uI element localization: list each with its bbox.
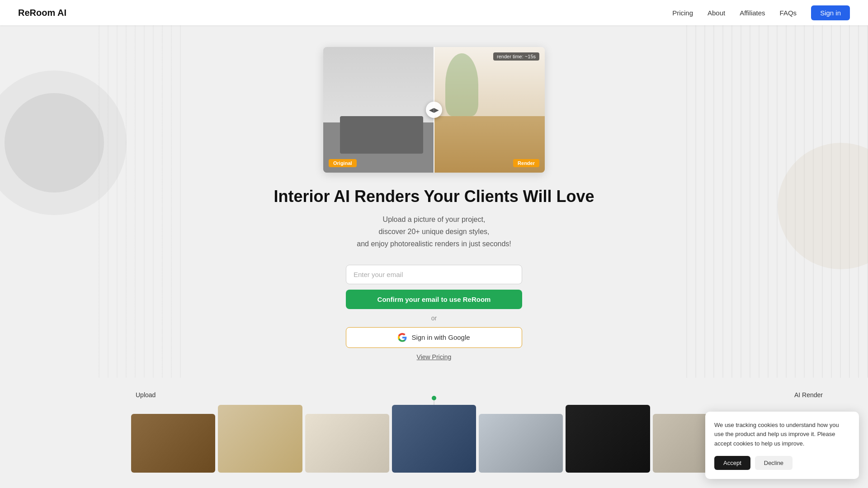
before-after-image: ◀▶ render time: ~15s Original Render <box>323 47 545 173</box>
subtitle-line3: and enjoy photorealistic renders in just… <box>357 240 511 248</box>
subtitle-line1: Upload a picture of your project, <box>383 216 486 223</box>
center-dot <box>432 396 436 400</box>
cookie-message: We use tracking cookies to understand ho… <box>714 421 850 449</box>
google-signin-button[interactable]: Sign in with Google <box>346 327 522 348</box>
cookie-actions: Accept Decline <box>714 456 850 470</box>
thumbnail-3 <box>305 414 389 473</box>
email-input[interactable] <box>346 265 522 284</box>
hero-title: Interior AI Renders Your Clients Will Lo… <box>274 187 594 206</box>
slider-arrows: ◀▶ <box>429 106 439 113</box>
render-image-side <box>434 47 545 173</box>
thumbnail-5 <box>479 414 563 473</box>
signin-button[interactable]: Sign in <box>811 5 850 20</box>
signup-form: Confirm your email to use ReRoom or Sign… <box>346 265 522 361</box>
original-image-side <box>323 47 434 173</box>
thumbnail-2 <box>218 405 302 473</box>
hero-subtitle: Upload a picture of your project, discov… <box>357 213 511 250</box>
navbar: ReRoom AI Pricing About Affiliates FAQs … <box>0 0 868 25</box>
main-content: ◀▶ render time: ~15s Original Render Int… <box>0 25 868 473</box>
view-pricing-link[interactable]: View Pricing <box>346 353 522 361</box>
slider-handle[interactable]: ◀▶ <box>426 102 442 118</box>
render-badge: Render <box>513 159 539 167</box>
original-badge: Original <box>329 159 357 167</box>
nav-link-pricing[interactable]: Pricing <box>672 9 693 17</box>
or-divider: or <box>346 314 522 322</box>
confirm-email-button[interactable]: Confirm your email to use ReRoom <box>346 290 522 309</box>
ai-render-label: AI Render <box>794 391 823 399</box>
google-icon <box>398 333 407 342</box>
render-time-badge: render time: ~15s <box>493 52 539 61</box>
subtitle-line2: discover 20+ unique design styles, <box>378 228 489 235</box>
thumbnail-6 <box>566 405 650 473</box>
nav-link-affiliates[interactable]: Affiliates <box>740 9 765 17</box>
nav-link-about[interactable]: About <box>708 9 725 17</box>
nav-links: Pricing About Affiliates FAQs Sign in <box>672 5 850 20</box>
thumbnail-1 <box>131 414 215 473</box>
nav-link-faqs[interactable]: FAQs <box>780 9 797 17</box>
room-render <box>434 47 545 173</box>
upload-label: Upload <box>136 391 156 399</box>
brand-logo[interactable]: ReRoom AI <box>18 8 66 18</box>
cookie-decline-button[interactable]: Decline <box>755 456 793 470</box>
kitchen-sketch <box>323 47 434 173</box>
cookie-banner: We use tracking cookies to understand ho… <box>705 412 859 479</box>
google-signin-label: Sign in with Google <box>411 333 470 341</box>
thumbnail-4 <box>392 405 476 473</box>
cookie-accept-button[interactable]: Accept <box>714 456 750 470</box>
